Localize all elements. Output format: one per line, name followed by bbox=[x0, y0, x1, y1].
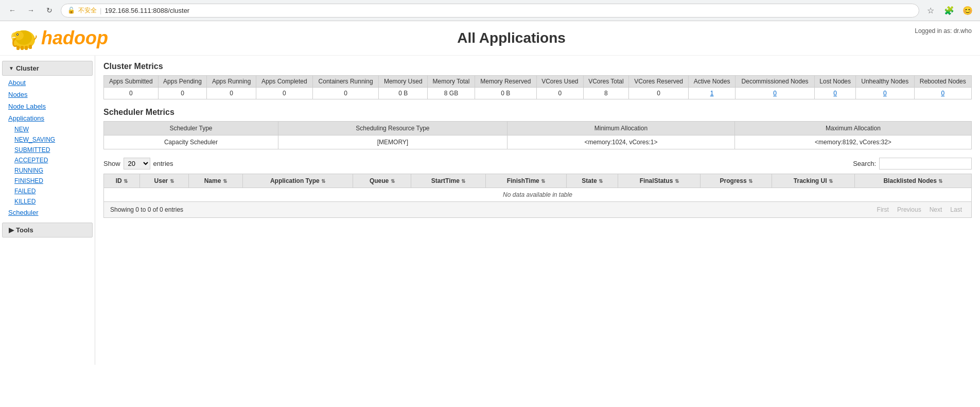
sidebar-item-nodes[interactable]: Nodes bbox=[0, 89, 95, 100]
sidebar-item-about[interactable]: About bbox=[0, 77, 95, 89]
col-vcores-total: VCores Total bbox=[583, 76, 628, 88]
sidebar-item-submitted[interactable]: SUBMITTED bbox=[0, 145, 95, 155]
val-lost-nodes[interactable]: 0 bbox=[815, 88, 856, 99]
sidebar-item-running[interactable]: RUNNING bbox=[0, 165, 95, 176]
starttime-sort-icon: ⇅ bbox=[461, 178, 465, 184]
tools-section-header[interactable]: ▶ Tools bbox=[2, 223, 93, 238]
col-maximum-allocation: Maximum Allocation bbox=[734, 122, 971, 135]
col-decommissioned-nodes: Decommissioned Nodes bbox=[735, 76, 815, 88]
active-nodes-link[interactable]: 1 bbox=[710, 90, 714, 97]
rebooted-link[interactable]: 0 bbox=[941, 90, 944, 97]
no-data-row: No data available in table bbox=[104, 188, 972, 202]
svg-rect-6 bbox=[16, 46, 20, 50]
val-decommissioned-nodes[interactable]: 0 bbox=[735, 88, 815, 99]
back-button[interactable]: ← bbox=[5, 3, 20, 18]
table-footer: Showing 0 to 0 of 0 entries First Previo… bbox=[103, 201, 972, 218]
scheduler-metrics-table: Scheduler Type Scheduling Resource Type … bbox=[103, 121, 972, 149]
col-user[interactable]: User ⇅ bbox=[139, 174, 188, 188]
col-scheduler-type: Scheduler Type bbox=[104, 122, 278, 135]
bookmark-icon[interactable]: ☆ bbox=[923, 3, 938, 18]
security-label: 不安全 bbox=[78, 6, 97, 15]
col-minimum-allocation: Minimum Allocation bbox=[507, 122, 734, 135]
lost-link[interactable]: 0 bbox=[833, 90, 837, 97]
col-name[interactable]: Name ⇅ bbox=[188, 174, 242, 188]
col-apps-running: Apps Running bbox=[207, 76, 256, 88]
col-vcores-used: VCores Used bbox=[536, 76, 583, 88]
reload-button[interactable]: ↻ bbox=[42, 3, 57, 18]
showing-entries-text: Showing 0 to 0 of 0 entries bbox=[110, 206, 183, 213]
page-title: All Applications bbox=[108, 30, 915, 46]
col-final-status[interactable]: FinalStatus ⇅ bbox=[618, 174, 701, 188]
main-layout: ▼ Cluster About Nodes Node Labels Applic… bbox=[0, 56, 980, 365]
sidebar-item-node-labels[interactable]: Node Labels bbox=[0, 100, 95, 112]
scheduler-metrics-row: Capacity Scheduler [MEMORY] <memory:1024… bbox=[104, 135, 972, 149]
val-vcores-total: 8 bbox=[583, 88, 628, 99]
extension-icon[interactable]: 🧩 bbox=[942, 3, 956, 18]
unhealthy-link[interactable]: 0 bbox=[883, 90, 887, 97]
val-scheduling-resource-type: [MEMORY] bbox=[278, 135, 507, 149]
sidebar-item-finished[interactable]: FINISHED bbox=[0, 176, 95, 186]
sidebar-item-new[interactable]: NEW bbox=[0, 124, 95, 134]
security-icon: 🔓 bbox=[67, 7, 75, 14]
decommissioned-link[interactable]: 0 bbox=[773, 90, 777, 97]
cluster-metrics-row: 0 0 0 0 0 0 B 8 GB 0 B 0 8 0 1 0 0 0 0 bbox=[104, 88, 972, 99]
entries-label: entries bbox=[153, 160, 173, 167]
entries-select[interactable]: 10 20 25 50 100 bbox=[124, 158, 150, 169]
user-sort-icon: ⇅ bbox=[170, 178, 174, 184]
finishtime-sort-icon: ⇅ bbox=[541, 178, 545, 184]
val-apps-pending: 0 bbox=[158, 88, 207, 99]
trackingui-sort-icon: ⇅ bbox=[829, 178, 833, 184]
search-input[interactable] bbox=[879, 158, 972, 169]
col-finish-time[interactable]: FinishTime ⇅ bbox=[485, 174, 567, 188]
sidebar-item-new-saving[interactable]: NEW_SAVING bbox=[0, 134, 95, 145]
pagination-controls: First Previous Next Last bbox=[874, 205, 965, 214]
user-account-icon[interactable]: 😊 bbox=[960, 3, 975, 18]
finalstatus-sort-icon: ⇅ bbox=[675, 178, 679, 184]
col-vcores-reserved: VCores Reserved bbox=[628, 76, 688, 88]
blacklisted-sort-icon: ⇅ bbox=[938, 178, 942, 184]
col-state[interactable]: State ⇅ bbox=[567, 174, 618, 188]
page-title-area: All Applications bbox=[108, 30, 915, 46]
sidebar-item-failed[interactable]: FAILED bbox=[0, 186, 95, 196]
first-btn[interactable]: First bbox=[874, 205, 892, 214]
col-application-type[interactable]: Application Type ⇅ bbox=[242, 174, 353, 188]
svg-point-5 bbox=[17, 34, 18, 35]
sidebar-item-killed[interactable]: KILLED bbox=[0, 196, 95, 207]
col-blacklisted-nodes[interactable]: Blacklisted Nodes ⇅ bbox=[854, 174, 971, 188]
val-unhealthy-nodes[interactable]: 0 bbox=[856, 88, 915, 99]
forward-button[interactable]: → bbox=[24, 3, 38, 18]
val-rebooted-nodes[interactable]: 0 bbox=[914, 88, 971, 99]
last-btn[interactable]: Last bbox=[947, 205, 965, 214]
cluster-metrics-table: Apps Submitted Apps Pending Apps Running… bbox=[103, 75, 972, 99]
val-memory-total: 8 GB bbox=[428, 88, 475, 99]
address-bar[interactable]: 🔓 不安全 | 192.168.56.111:8088/cluster bbox=[61, 4, 919, 18]
cluster-section-header[interactable]: ▼ Cluster bbox=[2, 61, 93, 76]
browser-toolbar: ← → ↻ 🔓 不安全 | 192.168.56.111:8088/cluste… bbox=[0, 0, 980, 21]
tools-label: Tools bbox=[16, 226, 33, 234]
sidebar-item-applications[interactable]: Applications bbox=[0, 112, 95, 124]
col-queue[interactable]: Queue ⇅ bbox=[353, 174, 411, 188]
val-apps-submitted: 0 bbox=[104, 88, 159, 99]
val-maximum-allocation: <memory:8192, vCores:32> bbox=[734, 135, 971, 149]
col-progress[interactable]: Progress ⇅ bbox=[701, 174, 772, 188]
svg-rect-7 bbox=[21, 46, 24, 50]
col-memory-total: Memory Total bbox=[428, 76, 475, 88]
browser-actions: ☆ 🧩 😊 bbox=[923, 3, 975, 18]
val-apps-running: 0 bbox=[207, 88, 256, 99]
col-memory-reserved: Memory Reserved bbox=[475, 76, 536, 88]
applications-table: ID ⇅ User ⇅ Name ⇅ Application Type ⇅ bbox=[103, 174, 972, 202]
col-tracking-ui[interactable]: Tracking UI ⇅ bbox=[772, 174, 855, 188]
sidebar-item-scheduler[interactable]: Scheduler bbox=[0, 207, 95, 218]
val-active-nodes[interactable]: 1 bbox=[689, 88, 735, 99]
page-header: hadoop All Applications Logged in as: dr… bbox=[0, 21, 980, 56]
sidebar: ▼ Cluster About Nodes Node Labels Applic… bbox=[0, 56, 95, 365]
queue-sort-icon: ⇅ bbox=[391, 178, 395, 184]
col-start-time[interactable]: StartTime ⇅ bbox=[411, 174, 485, 188]
next-btn[interactable]: Next bbox=[926, 205, 946, 214]
previous-btn[interactable]: Previous bbox=[894, 205, 924, 214]
table-controls: Show 10 20 25 50 100 entries Search: bbox=[103, 158, 972, 169]
col-id[interactable]: ID ⇅ bbox=[104, 174, 140, 188]
col-apps-pending: Apps Pending bbox=[158, 76, 207, 88]
cluster-label: Cluster bbox=[16, 64, 39, 72]
sidebar-item-accepted[interactable]: ACCEPTED bbox=[0, 155, 95, 165]
